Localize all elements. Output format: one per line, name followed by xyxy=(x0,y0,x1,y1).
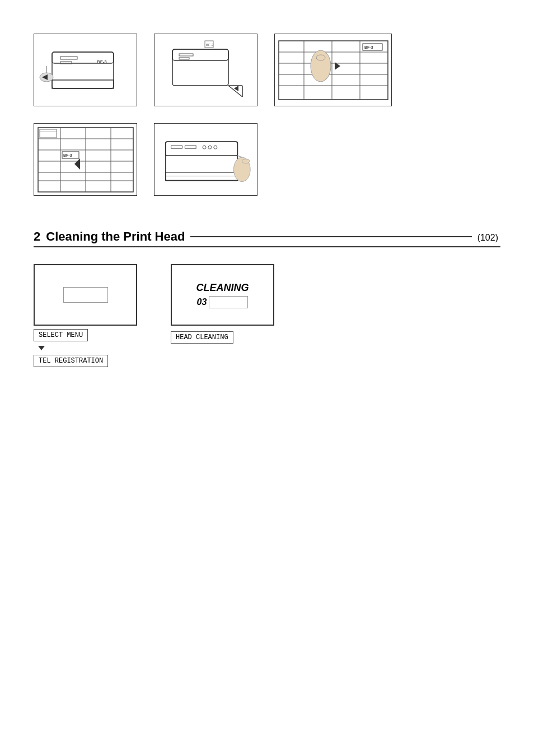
svg-rect-9 xyxy=(172,49,228,86)
cleaning-title: CLEANING xyxy=(196,282,249,294)
svg-rect-46 xyxy=(166,142,238,180)
head-cleaning-label: HEAD CLEANING xyxy=(171,331,233,344)
panels-row: SELECT MENU TEL REGISTRATION CLEANING 03… xyxy=(34,264,500,367)
svg-rect-10 xyxy=(172,49,228,60)
tel-registration-label: TEL REGISTRATION xyxy=(34,355,108,367)
svg-line-11 xyxy=(228,86,242,97)
svg-rect-53 xyxy=(166,172,238,180)
svg-rect-49 xyxy=(185,145,196,148)
svg-point-56 xyxy=(242,159,250,163)
illustration-3: BF-3 xyxy=(274,34,392,106)
svg-marker-43 xyxy=(74,158,80,170)
section-title: Cleaning the Print Head xyxy=(46,229,185,244)
illustration-5 xyxy=(154,123,257,196)
svg-rect-4 xyxy=(52,80,114,88)
svg-rect-15 xyxy=(179,58,189,59)
illustrations-row1: BF-3 BF-3 xyxy=(34,34,500,106)
svg-text:BF-3: BF-3 xyxy=(364,45,373,49)
svg-line-57 xyxy=(237,156,242,157)
cleaning-num: 03 xyxy=(197,297,207,307)
page: BF-3 BF-3 xyxy=(0,0,534,756)
illustration-4: BF-3 xyxy=(34,123,137,196)
section-divider-line xyxy=(190,236,471,237)
svg-point-52 xyxy=(214,145,217,149)
lcd-inner-box xyxy=(63,287,108,303)
section-number: 2 xyxy=(34,229,40,244)
svg-point-51 xyxy=(208,145,212,149)
svg-text:BF-3: BF-3 xyxy=(206,43,214,46)
svg-text:BF-3: BF-3 xyxy=(97,59,107,64)
illustrations-row2: BF-3 xyxy=(34,123,500,196)
right-panel-container: CLEANING 03 HEAD CLEANING xyxy=(171,264,274,344)
section-page-ref: (102) xyxy=(477,233,500,243)
svg-rect-14 xyxy=(179,54,193,56)
svg-rect-48 xyxy=(171,145,182,148)
svg-rect-0 xyxy=(52,52,114,88)
svg-rect-2 xyxy=(60,57,77,59)
svg-rect-44 xyxy=(40,129,57,138)
illustration-2: BF-3 xyxy=(154,34,257,106)
section-heading: 2 Cleaning the Print Head (102) xyxy=(34,229,500,247)
cleaning-input-box xyxy=(209,296,248,308)
lcd-panel-cleaning: CLEANING 03 xyxy=(171,264,274,326)
cleaning-row: 03 xyxy=(197,296,249,308)
lcd-panel-left xyxy=(34,264,137,326)
svg-text:BF-3: BF-3 xyxy=(63,153,72,157)
illustration-1: BF-3 xyxy=(34,34,137,106)
arrow-down-icon xyxy=(38,346,45,350)
left-panel-container: SELECT MENU TEL REGISTRATION xyxy=(34,264,137,367)
select-menu-label: SELECT MENU xyxy=(34,329,88,341)
svg-point-30 xyxy=(316,55,325,60)
svg-point-50 xyxy=(203,145,206,149)
